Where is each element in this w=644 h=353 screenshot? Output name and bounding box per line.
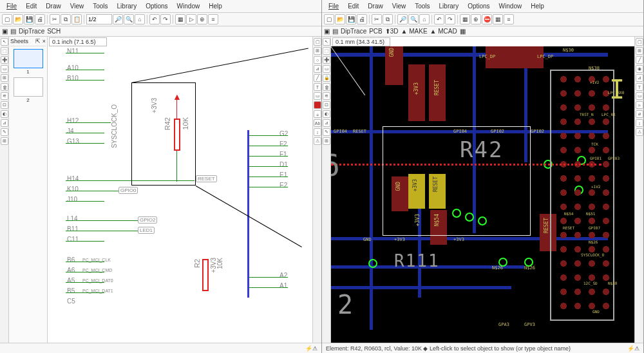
export-3d[interactable]: ⬆3D (385, 28, 399, 35)
tool-text-icon[interactable]: T (314, 83, 321, 91)
tool-icon[interactable]: ➕ (323, 56, 330, 64)
wire[interactable] (249, 277, 288, 278)
fit-icon[interactable]: ⌂ (135, 14, 145, 24)
pcb-canvas[interactable]: R42 R111 2 LPC_DP LPC_DP N$30 N$38 GND +… (331, 46, 634, 343)
mcad-button[interactable]: ▲ MCAD (430, 28, 457, 35)
menu-file[interactable]: File (3, 1, 21, 11)
resistor-r2[interactable] (202, 259, 209, 291)
tool-icon[interactable]: ⊞ (1, 137, 8, 145)
drc-icon[interactable]: ⚡⚠ (305, 345, 317, 352)
tool-icon[interactable]: ⊿ (323, 119, 330, 127)
copy-icon[interactable]: ⧉ (61, 14, 71, 24)
wire[interactable] (249, 166, 288, 167)
tool-icon[interactable]: ✎ (1, 128, 8, 136)
wire[interactable] (249, 146, 288, 146)
tool-cursor-icon[interactable]: ↖ (1, 38, 8, 46)
redo-icon[interactable]: ↷ (445, 14, 455, 24)
tool-gnd-icon[interactable]: ⏚ (314, 110, 321, 118)
tool-text-icon[interactable]: T (636, 83, 643, 91)
tool-icon[interactable]: ⊕ (197, 14, 207, 24)
tool-icon[interactable]: ➕ (1, 56, 8, 64)
wire[interactable] (66, 231, 149, 231)
tool-trash-icon[interactable]: 🗑 (1, 83, 8, 91)
menu-library[interactable]: Library (435, 1, 463, 11)
trace[interactable] (370, 46, 373, 330)
tool-icon[interactable]: ◐ (323, 110, 330, 118)
tool-icon[interactable]: ○ (314, 56, 321, 64)
tool-icon[interactable]: ⊞ (314, 47, 321, 55)
sheets-pin-icon[interactable]: ⇱ × (35, 38, 46, 44)
tool-warning-icon[interactable]: ⚠ (314, 137, 321, 145)
silk-ref-2[interactable]: 2 (337, 290, 354, 320)
tool-icon[interactable]: ⊞ (636, 47, 643, 55)
tool-icon[interactable]: ▭ (1, 65, 8, 73)
tool-icon[interactable]: ⊡ (1, 101, 8, 109)
zoomout-icon[interactable]: 🔎 (113, 14, 123, 24)
small-icon[interactable]: ▣ (2, 28, 8, 35)
sheet-thumb-1[interactable] (14, 49, 43, 68)
tool-icon[interactable]: ≡ (504, 14, 514, 24)
open-icon[interactable]: 📂 (335, 14, 345, 24)
wire[interactable] (66, 220, 149, 221)
zoomin-icon[interactable]: 🔍 (408, 14, 419, 24)
copy-icon[interactable]: ⧉ (383, 14, 393, 24)
paste-icon[interactable]: 📋 (71, 14, 82, 24)
wire[interactable] (249, 287, 288, 288)
via[interactable] (368, 259, 377, 268)
tool-icon[interactable]: Ab (314, 119, 321, 127)
menu-help[interactable]: Help (527, 1, 548, 11)
menu-options[interactable]: Options (142, 1, 171, 11)
tool-icon[interactable]: ⌀ (636, 110, 643, 118)
sheet-thumb-2[interactable] (14, 77, 43, 97)
make-button[interactable]: ▲ MAKE (401, 28, 428, 35)
wire[interactable] (66, 80, 104, 81)
tool-icon[interactable] (314, 101, 321, 109)
tool-icon[interactable]: ≋ (1, 92, 8, 100)
tool-trash-icon[interactable]: 🗑 (323, 83, 330, 91)
tool-icon[interactable]: ⬚ (323, 47, 330, 55)
tool-icon[interactable]: ⊕ (471, 14, 481, 24)
tool-icon[interactable]: ⊿ (636, 74, 643, 82)
brand-pcb[interactable]: DipTrace (341, 28, 366, 35)
menu-options[interactable]: Options (464, 1, 493, 11)
tool-icon[interactable]: ≋ (323, 92, 330, 100)
menu-tools[interactable]: Tools (411, 1, 433, 11)
net-label[interactable]: GPIO2 (138, 216, 157, 224)
undo-icon[interactable]: ↶ (434, 14, 444, 24)
menu-window[interactable]: Window (495, 1, 526, 11)
sub-brand[interactable]: SCH (47, 28, 61, 35)
fit-icon[interactable]: ⌂ (419, 14, 430, 24)
zoomout-icon[interactable]: 🔎 (397, 14, 408, 24)
cut-icon[interactable]: ✂ (372, 14, 382, 24)
wire[interactable] (66, 133, 104, 133)
wire[interactable] (66, 282, 104, 283)
menu-window[interactable]: Window (173, 1, 204, 11)
silk-ref-r42[interactable]: R42 (460, 137, 503, 162)
tool-icon[interactable]: ≡ (208, 14, 218, 24)
save-icon[interactable]: 💾 (346, 14, 356, 24)
wire[interactable] (249, 187, 288, 187)
tool-icon[interactable]: ▢ (636, 38, 643, 46)
trace[interactable] (331, 286, 511, 289)
tool-icon[interactable]: ▦ (493, 14, 503, 24)
wire[interactable] (249, 176, 288, 177)
brand-schematic[interactable]: DipTrace (19, 28, 44, 35)
menu-view[interactable]: View (388, 1, 410, 11)
tool-icon[interactable]: ⊞ (323, 137, 330, 145)
net-label[interactable]: LED1 (138, 227, 155, 234)
save-icon[interactable]: 💾 (24, 14, 34, 24)
small-icon[interactable]: ▤ (332, 28, 338, 35)
small-icon[interactable]: ▦ (460, 28, 466, 35)
print-icon[interactable]: 🖨 (357, 14, 367, 24)
tool-icon[interactable]: ≈ (636, 101, 643, 109)
new-icon[interactable]: ▢ (2, 14, 12, 24)
tool-wire-icon[interactable]: ╱ (314, 74, 321, 82)
tool-lock-icon[interactable]: 🔒 (323, 74, 330, 82)
tool-icon[interactable]: ↕ (314, 128, 321, 136)
tool-icon[interactable]: ↕ (636, 119, 643, 127)
grid-icon[interactable]: ▦ (175, 14, 185, 24)
tool-icon[interactable]: ▭ (636, 92, 643, 100)
tool-icon[interactable]: ▢ (314, 38, 321, 46)
wire[interactable] (66, 143, 104, 144)
tool-icon[interactable]: ⊿ (314, 65, 321, 73)
